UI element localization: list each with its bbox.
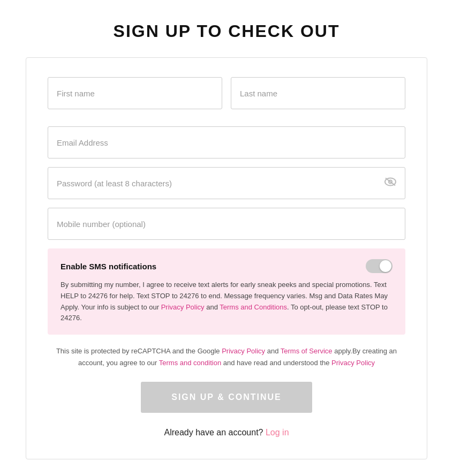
page-title: SIGN UP TO CHECK OUT (114, 21, 340, 41)
name-row (48, 77, 405, 118)
recaptcha-text: This site is protected by reCAPTCHA and … (48, 345, 405, 369)
toggle-password-icon[interactable] (384, 177, 397, 190)
sms-notifications-section: Enable SMS notifications By submitting m… (48, 248, 405, 335)
first-name-input[interactable] (48, 77, 222, 109)
first-name-wrap (48, 77, 222, 109)
password-input[interactable] (48, 167, 405, 199)
password-wrap (48, 167, 405, 199)
email-input[interactable] (48, 126, 405, 158)
sms-header: Enable SMS notifications (61, 259, 392, 273)
login-row: Already have an account? Log in (48, 428, 405, 437)
signup-button[interactable]: SIGN UP & CONTINUE (141, 382, 312, 413)
sms-toggle[interactable] (366, 259, 392, 273)
login-link[interactable]: Log in (266, 428, 289, 437)
mobile-input[interactable] (48, 208, 405, 240)
last-name-wrap (231, 77, 405, 109)
email-wrap (48, 126, 405, 158)
sms-body-text: By submitting my number, I agree to rece… (61, 279, 392, 324)
last-name-input[interactable] (231, 77, 405, 109)
terms-condition-link[interactable]: Terms and condition (159, 359, 221, 367)
toggle-knob (380, 260, 391, 272)
mobile-wrap (48, 208, 405, 240)
sms-terms-link[interactable]: Terms and Conditions (220, 303, 287, 311)
recaptcha-terms-link[interactable]: Terms of Service (281, 347, 333, 355)
sms-privacy-policy-link[interactable]: Privacy Policy (161, 303, 205, 311)
recaptcha-privacy-link[interactable]: Privacy Policy (222, 347, 265, 355)
privacy-policy-link[interactable]: Privacy Policy (331, 359, 375, 367)
signup-form: Enable SMS notifications By submitting m… (26, 57, 427, 459)
sms-title: Enable SMS notifications (61, 262, 156, 271)
